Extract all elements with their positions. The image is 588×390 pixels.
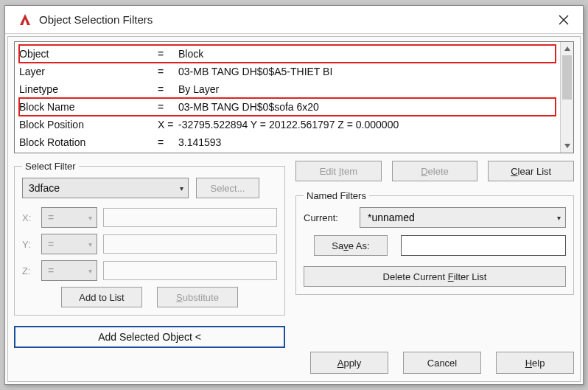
list-cell-field: Block Name — [19, 98, 158, 116]
svg-marker-0 — [20, 14, 30, 25]
list-row[interactable]: Block Name=03-MB TANG DH$0$sofa 6x20 — [19, 98, 556, 116]
list-row[interactable]: Linetype=By Layer — [19, 80, 556, 98]
list-cell-value: 03-MB TANG DH$0$sofa 6x20 — [178, 98, 556, 116]
titlebar[interactable]: Object Selection Filters — [5, 6, 583, 34]
list-cell-op: = — [158, 45, 178, 63]
list-row[interactable]: Block PositionX =-32795.522894 Y = 20122… — [19, 116, 556, 133]
add-selected-object-button[interactable]: Add Selected Object < — [14, 326, 285, 348]
y-value-input[interactable] — [103, 234, 277, 254]
x-value-input[interactable] — [103, 208, 277, 227]
list-cell-field: Layer — [19, 63, 158, 80]
add-to-list-label: Add to List — [79, 292, 124, 303]
svg-marker-2 — [564, 144, 570, 148]
list-cell-field: Block Rotation — [19, 133, 158, 151]
chevron-down-icon: ▾ — [88, 240, 92, 248]
cancel-label: Cancel — [427, 358, 457, 369]
scroll-thumb[interactable] — [562, 55, 572, 100]
delete-button[interactable]: Delete — [392, 161, 478, 181]
list-cell-op: = — [158, 63, 178, 80]
cancel-button[interactable]: Cancel — [403, 352, 481, 374]
save-as-button[interactable]: Save As: — [314, 235, 388, 256]
substitute-button[interactable]: Substitute — [157, 287, 238, 307]
chevron-down-icon: ▾ — [557, 214, 561, 222]
current-label: Current: — [304, 212, 352, 223]
delete-current-filter-button[interactable]: Delete Current Filter List — [304, 266, 566, 287]
list-cell-value: -32795.522894 Y = 20122.561797 Z = 0.000… — [178, 116, 556, 133]
z-label: Z: — [22, 265, 35, 276]
select-filter-legend: Select Filter — [22, 161, 79, 172]
named-filters-legend: Named Filters — [304, 190, 369, 201]
dialog-window: Object Selection Filters Object=BlockLay… — [4, 5, 584, 385]
chevron-down-icon: ▾ — [88, 267, 92, 275]
chevron-down-icon: ▾ — [88, 214, 92, 222]
help-button[interactable]: Help — [496, 352, 574, 374]
filter-type-value: 3dface — [29, 182, 60, 194]
svg-marker-1 — [564, 46, 570, 51]
add-selected-object-label: Add Selected Object < — [98, 331, 201, 343]
list-cell-op: = — [158, 98, 178, 116]
app-icon — [17, 12, 33, 28]
current-filter-combo[interactable]: *unnamed ▾ — [360, 207, 566, 228]
list-row[interactable]: Block Rotation=3.141593 — [19, 133, 556, 151]
y-label: Y: — [22, 239, 35, 250]
list-cell-value: Block — [178, 45, 556, 63]
filter-type-combo[interactable]: 3dface ▾ — [22, 178, 189, 198]
list-cell-value: By Layer — [178, 80, 556, 98]
filter-listbox[interactable]: Object=BlockLayer=03-MB TANG DH$0$A5-THI… — [14, 41, 574, 153]
z-value-input[interactable] — [103, 261, 277, 280]
list-cell-op: = — [158, 133, 178, 151]
x-label: X: — [22, 212, 35, 223]
scroll-down-icon[interactable] — [561, 139, 573, 153]
add-to-list-button[interactable]: Add to List — [61, 287, 142, 307]
select-button-label: Select... — [211, 183, 245, 194]
apply-button[interactable]: Apply — [310, 352, 388, 374]
list-cell-op: X = — [158, 116, 178, 133]
close-icon[interactable] — [549, 6, 578, 34]
list-cell-field: Block Position — [19, 116, 158, 133]
select-filter-group: Select Filter 3dface ▾ Select... X: — [14, 161, 285, 316]
scrollbar[interactable] — [560, 42, 573, 153]
y-op-combo[interactable]: = ▾ — [41, 234, 97, 254]
list-cell-field: Linetype — [19, 80, 158, 98]
list-cell-op: = — [158, 80, 178, 98]
list-cell-value: 3.141593 — [178, 133, 556, 151]
save-as-input[interactable] — [401, 235, 566, 256]
named-filters-group: Named Filters Current: *unnamed ▾ Save A… — [295, 190, 574, 295]
z-op-combo[interactable]: = ▾ — [41, 260, 97, 281]
current-filter-value: *unnamed — [368, 212, 415, 223]
list-cell-value: 03-MB TANG DH$0$A5-THIET BI — [178, 63, 556, 80]
edit-item-button[interactable]: Edit Item — [295, 161, 382, 181]
list-row[interactable]: Object=Block — [19, 45, 556, 63]
x-op-combo[interactable]: = ▾ — [41, 207, 97, 228]
clear-list-button[interactable]: Clear List — [488, 161, 574, 181]
list-row[interactable]: Layer=03-MB TANG DH$0$A5-THIET BI — [19, 63, 556, 80]
chevron-down-icon: ▾ — [180, 184, 183, 192]
client-area: Object=BlockLayer=03-MB TANG DH$0$A5-THI… — [7, 36, 581, 382]
window-title: Object Selection Filters — [39, 13, 153, 26]
list-cell-field: Object — [19, 45, 158, 63]
select-button[interactable]: Select... — [196, 178, 259, 198]
scroll-up-icon[interactable] — [561, 42, 573, 55]
